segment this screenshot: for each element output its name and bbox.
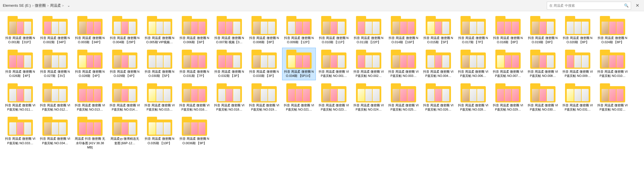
folder-item[interactable]: 周温柔yy 微博精选无套图 [66P-12… [108, 115, 142, 152]
top-bar: Elements SE (E:) > 微密圈 > 周温柔 > ⌄ 🔍 ✕ [0, 0, 644, 11]
folder-item[interactable]: 抖音 周温柔 微密圈 VIP嘉宾帖 NO.018… [212, 81, 246, 114]
folder-icon-wrap [182, 16, 207, 35]
folder-item[interactable]: 抖音 周温柔 微密圈 NO.015期 【5P】 [421, 14, 455, 47]
search-input[interactable] [549, 4, 622, 8]
folder-item[interactable]: 抖音 周温柔 微密圈 NO.034期 【5P1V】 [282, 48, 316, 80]
folder-icon-wrap [565, 16, 590, 35]
folder-item[interactable]: 抖音 周温柔 微密圈 VIP嘉宾帖 NO.009… [561, 48, 595, 80]
breadcrumb-folder2[interactable]: 周温柔 [50, 3, 61, 8]
folder-item[interactable]: 抖音 周温柔 微密圈 NO.002期 【34P】 [38, 14, 72, 47]
folder-item[interactable]: 抖音 周温柔 微密圈 NO.027期 【3V】 [38, 48, 72, 80]
folder-item[interactable]: 抖音 周温柔 微密圈 VIP嘉宾帖 NO.008… [526, 48, 560, 80]
folder-item[interactable]: 抖音 周温柔 微密圈 NO.006期 【6P】 [178, 14, 211, 47]
folder-item[interactable]: 抖音 周温柔 微密圈 VIP嘉宾帖 NO.028… [456, 81, 490, 114]
folder-icon-wrap [461, 83, 486, 102]
folder-item[interactable]: 抖音 周温柔 微密圈 NO.032期 【3P】 [212, 48, 246, 80]
folder-item[interactable]: 抖音 周温柔 微密圈 NO.019期 【8P】 [526, 14, 560, 47]
folder-label: 抖音 周温柔 微密圈 NO.017期 【7P】 [458, 36, 489, 45]
folder-label: 抖音 周温柔 微密圈 NO.027期 【3V】 [40, 70, 71, 78]
folder-item[interactable]: 抖音 周温柔 微密圈 VIP嘉宾帖 NO.031… [561, 81, 595, 114]
folder-label: 抖音 周温柔 微密圈 NO.003期 【34P】 [74, 36, 105, 45]
content-area: 抖音 周温柔 微密圈 NO.001期 【31P】 抖音 周温柔 微密圈 NO.0… [0, 11, 644, 155]
folder-item[interactable]: 抖音 周温柔 微密圈 VIP嘉宾帖 NO.016… [178, 81, 211, 114]
folder-item[interactable]: 抖音 周温柔 微密圈 NO.029期 【4P】 [108, 48, 142, 80]
folder-item[interactable]: 抖音 周温柔 微密圈 VIP嘉宾帖 NO.014… [108, 81, 142, 114]
close-button[interactable]: ✕ [633, 2, 641, 10]
folder-icon-wrap [565, 83, 590, 102]
breadcrumb-chevron-icon[interactable]: ⌄ [67, 3, 70, 8]
folder-item[interactable]: 抖音 周温柔 微密圈 VIP嘉宾帖 NO.029… [491, 81, 525, 114]
folder-item[interactable]: 抖音 周温柔 微密圈 NO.011期 【22P】 [352, 14, 386, 47]
folder-item[interactable]: 抖音 周温柔 微密圈 VIP嘉宾帖 NO.002… [352, 48, 386, 80]
folder-icon-wrap [461, 50, 486, 69]
folder-item[interactable]: 抖音 周温柔 微密圈 NO.014期 【16P】 [387, 14, 420, 47]
folder-item[interactable]: 抖音 周温柔 微密圈 NO.035期 【10P】 [143, 115, 176, 152]
folder-item[interactable]: 抖音 周温柔 微密圈 VIP嘉宾帖 NO.015… [143, 81, 176, 114]
folder-label: 抖音 周温柔 微密圈 NO.006期 【6P】 [179, 36, 210, 45]
folder-icon-wrap [286, 16, 312, 35]
folder-item[interactable]: 抖音 周温柔 微密圈 VIP嘉宾帖 NO.010… [596, 48, 629, 80]
folder-item[interactable]: 抖音 周温柔 微密圈 VIP嘉宾帖 NO.004… [421, 48, 455, 80]
folder-item[interactable]: 抖音 周温柔 微密圈 NO.033期 【3P】 [247, 48, 281, 80]
folder-icon-wrap [461, 16, 486, 35]
folder-item[interactable]: 抖音 周温柔 微密圈 VIP嘉宾帖 NO.006… [456, 48, 490, 80]
folder-icon-wrap [391, 83, 416, 102]
folder-label: 抖音 周温柔 微密圈 VIP嘉宾帖 NO.002… [353, 70, 384, 78]
folder-icon-wrap [8, 16, 33, 35]
folder-item[interactable]: 周温柔 抖音 微密圈 无水印备图 [41V 38.38 MB] [73, 115, 107, 152]
folder-item[interactable]: 抖音 周温柔 微密圈 NO.009期 【12P】 [282, 14, 316, 47]
folder-item[interactable]: 抖音 周温柔 微密圈 VIP嘉宾帖 NO.032… [596, 81, 629, 114]
folder-label: 抖音 周温柔 微密圈 NO.018期 【8P】 [493, 36, 523, 45]
folder-item[interactable]: 抖音 周温柔 微密圈 VIP嘉宾帖 NO.024… [352, 81, 386, 114]
folder-item[interactable]: 抖音 周温柔 微密圈 NO.004期 【29P】 [108, 14, 142, 47]
folder-item[interactable]: 抖音 周温柔 微密圈 VIP嘉宾帖 NO.026… [421, 81, 455, 114]
folder-item[interactable]: 抖音 周温柔 微密圈 NO.018期 【8P】 [491, 14, 525, 47]
folder-item[interactable]: 抖音 周温柔 微密圈 NO.030期 【5P】 [143, 48, 176, 80]
folder-item[interactable]: 抖音 周温柔 微密圈 NO.003期 【34P】 [73, 14, 107, 47]
folder-item[interactable]: 抖音 周温柔 微密圈 VIP嘉宾帖 NO.003… [387, 48, 420, 80]
folder-item[interactable]: 抖音 周温柔 微密圈 VIP嘉宾帖 NO.019… [247, 81, 281, 114]
folder-item[interactable]: 抖音 周温柔 微密圈 NO.008期 【8P】 [247, 14, 281, 47]
breadcrumb-folder1[interactable]: 微密圈 [35, 3, 46, 8]
folder-item[interactable]: 抖音 周温柔 微密圈 VIP嘉宾帖 NO.033… [3, 115, 37, 152]
folder-label: 抖音 周温柔 微密圈 VIP嘉宾帖 NO.015… [144, 103, 175, 112]
folder-item[interactable]: 抖音 周温柔 微密圈 VIP嘉宾帖 NO.034… [38, 115, 72, 152]
folder-item[interactable]: 抖音 周温柔 微密圈 VIP嘉宾帖 NO.025… [387, 81, 420, 114]
folder-label: 抖音 周温柔 微密圈 NO.030期 【5P】 [144, 70, 175, 78]
folder-item[interactable]: 抖音 周温柔 微密圈 NO.005期 VIP视频… [143, 14, 176, 47]
folder-item[interactable]: 抖音 周温柔 微密圈 NO.007期 视频【3… [212, 14, 246, 47]
folder-icon-wrap [42, 50, 68, 69]
folder-icon-wrap [251, 83, 277, 102]
folder-item[interactable]: 抖音 周温柔 微密圈 NO.026期 【4P】 [3, 48, 37, 80]
folder-icon-wrap [426, 16, 451, 35]
folder-item[interactable]: 抖音 周温柔 微密圈 NO.001期 【31P】 [3, 14, 37, 47]
folder-icon-wrap [495, 83, 521, 102]
folder-item[interactable]: 抖音 周温柔 微密圈 VIP嘉宾帖 NO.030… [526, 81, 560, 114]
folder-icon-wrap [217, 83, 242, 102]
folder-item[interactable]: 抖音 周温柔 微密圈 NO.010期 【11P】 [317, 14, 351, 47]
folder-icon-wrap [251, 50, 277, 69]
folder-item[interactable]: 抖音 周温柔 微密圈 VIP嘉宾帖 NO.011… [3, 81, 37, 114]
folder-item[interactable]: 抖音 周温柔 微密圈 NO.0036期 【9P】 [178, 115, 211, 152]
folder-label: 抖音 周温柔 微密圈 NO.009期 【12P】 [284, 36, 314, 45]
folder-item[interactable]: 抖音 周温柔 微密圈 VIP嘉宾帖 NO.023… [317, 81, 351, 114]
folder-item[interactable]: 抖音 周温柔 微密圈 NO.017期 【7P】 [456, 14, 490, 47]
folder-label: 抖音 周温柔 微密圈 NO.0036期 【9P】 [179, 137, 210, 145]
folder-label: 抖音 周温柔 微密圈 VIP嘉宾帖 NO.004… [423, 70, 454, 78]
folder-item[interactable]: 抖音 周温柔 微密圈 NO.024期 【8P】 [596, 14, 629, 47]
folder-item[interactable]: 抖音 周温柔 微密圈 VIP嘉宾帖 NO.012… [38, 81, 72, 114]
folder-item[interactable]: 抖音 周温柔 微密圈 NO.020期 【8P】 [561, 14, 595, 47]
folder-item[interactable]: 抖音 周温柔 微密圈 NO.028期 【4P】 [73, 48, 107, 80]
folder-icon-wrap [530, 16, 555, 35]
folder-item[interactable]: 抖音 周温柔 微密圈 VIP嘉宾帖 NO.007… [491, 48, 525, 80]
folder-item[interactable]: 抖音 周温柔 微密圈 VIP嘉宾帖 NO.013… [73, 81, 107, 114]
folder-label: 周温柔yy 微博精选无套图 [66P-12… [109, 137, 140, 145]
folder-item[interactable]: 抖音 周温柔 微密圈 NO.031期 【7P】 [178, 48, 211, 80]
breadcrumb-app[interactable]: Elements SE (E:) [3, 3, 31, 8]
folder-label: 抖音 周温柔 微密圈 NO.031期 【7P】 [179, 70, 210, 78]
folder-icon-wrap [42, 83, 68, 102]
folder-item[interactable]: 抖音 周温柔 微密圈 VIP嘉宾帖 NO.001… [317, 48, 351, 80]
search-box[interactable]: 🔍 [547, 2, 631, 10]
folder-label: 抖音 周温柔 微密圈 NO.024期 【8P】 [597, 36, 628, 45]
folder-item[interactable]: 抖音 周温柔 微密圈 VIP嘉宾帖 NO.021… [282, 81, 316, 114]
